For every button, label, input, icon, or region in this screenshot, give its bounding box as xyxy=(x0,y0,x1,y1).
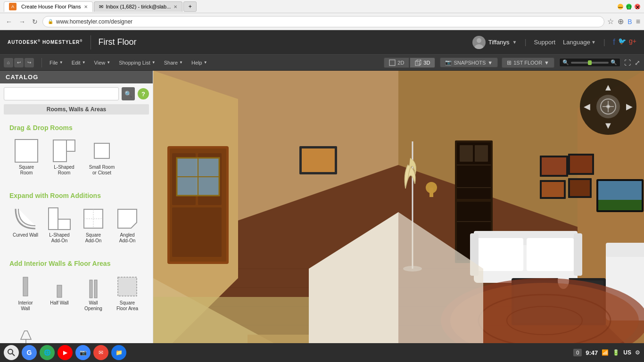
header-divider xyxy=(91,35,91,49)
svg-rect-10 xyxy=(94,143,109,158)
svg-rect-48 xyxy=(542,157,566,175)
taskbar-time: 9:47 xyxy=(586,349,598,356)
expand-button[interactable]: ⛶ xyxy=(624,59,631,66)
half-wall-item[interactable]: Half Wall xyxy=(43,272,75,314)
svg-rect-50 xyxy=(542,182,564,197)
help-menu[interactable]: Help ▼ xyxy=(188,58,211,67)
redo-icon[interactable]: ↪ xyxy=(25,58,34,67)
nav-overlay[interactable]: ▲ ▼ ◀ ▶ xyxy=(580,78,636,135)
facebook-icon[interactable]: f xyxy=(613,37,615,47)
support-link[interactable]: Support xyxy=(534,39,556,46)
browser-addressbar: ← → ↻ 🔒 www.homestyler.com/designer ☆ ⊕ … xyxy=(0,13,644,30)
square-add-item[interactable]: SquareAdd-On xyxy=(77,204,109,247)
svg-rect-18 xyxy=(57,285,62,297)
svg-point-1 xyxy=(475,44,483,49)
header-separator1: | xyxy=(524,38,526,47)
3d-icon xyxy=(415,59,421,66)
l-shaped-room-icon xyxy=(52,139,76,163)
catalog-help-button[interactable]: ? xyxy=(138,88,149,99)
floor-area-item[interactable]: SquareFloor Area xyxy=(111,272,143,314)
language-section[interactable]: Language ▼ xyxy=(563,39,596,46)
user-section[interactable]: Tiffanys ▼ xyxy=(472,36,517,49)
share-menu[interactable]: Share ▼ xyxy=(160,58,187,67)
ext1-icon[interactable]: B xyxy=(627,18,632,25)
wall-items-grid: InteriorWall Half Wall xyxy=(6,270,147,316)
angled-add-item[interactable]: AngledAdd-On xyxy=(111,204,143,247)
view-menu[interactable]: View ▼ xyxy=(91,58,115,67)
search-bar[interactable]: 🔍 🔍 xyxy=(559,58,620,67)
nav-up-arrow[interactable]: ▲ xyxy=(603,82,613,93)
address-bar[interactable]: 🔒 www.homestyler.com/designer xyxy=(42,16,604,27)
taskbar-drive[interactable]: 📁 xyxy=(111,345,126,360)
zoom-slider[interactable] xyxy=(571,62,609,64)
small-room-item[interactable]: Small Roomor Closet xyxy=(85,136,119,179)
view-3d-button[interactable]: 3D xyxy=(410,58,435,68)
drag-drop-section: Drag & Drop Rooms SquareRoom L-ShapedRo xyxy=(0,116,153,184)
interior-wall-item[interactable]: InteriorWall xyxy=(9,272,41,314)
taskbar-youtube[interactable]: ▶ xyxy=(58,345,73,360)
fullscreen-button[interactable]: ⤢ xyxy=(635,59,640,66)
floor-button[interactable]: ⊞ 1ST FLOOR ▼ xyxy=(502,58,554,68)
small-room-label: Small Roomor Closet xyxy=(89,165,115,176)
tab-gmail-close[interactable]: ✕ xyxy=(173,4,177,9)
room-items-grid: SquareRoom L-ShapedRoom xyxy=(6,134,147,181)
l-shaped-room-item[interactable]: L-ShapedRoom xyxy=(47,136,81,179)
l-shaped-add-item[interactable]: L-ShapedAdd-On xyxy=(43,204,75,247)
taskbar-camera[interactable]: 📷 xyxy=(75,345,91,360)
taskbar-google[interactable]: G xyxy=(22,345,37,360)
view-toggle: 2D 3D xyxy=(384,58,435,68)
shopping-list-menu[interactable]: Shopping List ▼ xyxy=(115,58,159,67)
tab-gmail[interactable]: ✉ Inbox (1,682) - tirick@slab... ✕ xyxy=(94,1,183,12)
canvas-area[interactable]: ▲ ▼ ◀ ▶ xyxy=(153,71,644,362)
half-wall-label: Half Wall xyxy=(50,300,69,306)
home-tool-icon[interactable]: ⌂ xyxy=(4,58,13,67)
zoom-slider-handle[interactable] xyxy=(588,60,592,65)
taskbar-chrome[interactable]: 🌐 xyxy=(40,345,55,360)
curved-wall-label: Curved Wall xyxy=(13,232,38,238)
catalog-search-input[interactable] xyxy=(4,87,119,100)
star-icon[interactable]: ☆ xyxy=(607,17,614,26)
app-logo: AUTODESK® HOMESTYLER® xyxy=(8,39,83,45)
nav-center[interactable] xyxy=(596,95,620,118)
chrome-icon[interactable]: ⊕ xyxy=(618,17,624,26)
ext2-icon[interactable]: ≡ xyxy=(636,17,640,26)
file-menu[interactable]: File ▼ xyxy=(46,58,67,67)
taskbar-gmail[interactable]: ✉ xyxy=(93,345,108,360)
youtube-icon: ▶ xyxy=(63,349,67,356)
svg-point-96 xyxy=(606,105,610,108)
tab-close[interactable]: ✕ xyxy=(84,4,88,9)
svg-rect-3 xyxy=(415,61,420,66)
nav-down-arrow[interactable]: ▼ xyxy=(603,120,613,131)
svg-rect-11 xyxy=(49,208,58,230)
twitter-icon[interactable]: 🐦 xyxy=(618,37,626,47)
tab-active[interactable]: A Create House Floor Plans ✕ xyxy=(4,1,93,12)
curved-wall-item[interactable]: Curved Wall xyxy=(9,204,41,247)
settings-tray-icon[interactable]: ⚙ xyxy=(635,349,640,356)
svg-rect-19 xyxy=(90,280,92,298)
close-button[interactable]: ✕ xyxy=(635,4,640,9)
forward-button[interactable]: → xyxy=(17,17,27,26)
maximize-button[interactable]: □ xyxy=(626,4,632,9)
square-room-item[interactable]: SquareRoom xyxy=(9,136,43,179)
view-2d-button[interactable]: 2D xyxy=(384,58,409,68)
nav-right-arrow[interactable]: ▶ xyxy=(626,101,633,112)
language-dropdown-icon: ▼ xyxy=(591,40,596,45)
minimize-button[interactable]: ─ xyxy=(618,4,623,9)
new-tab-button[interactable]: + xyxy=(183,1,197,12)
catalog-search-button[interactable]: 🔍 xyxy=(122,87,135,100)
wall-opening-item[interactable]: WallOpening xyxy=(77,272,109,314)
search-bar-icon: 🔍 xyxy=(562,59,569,66)
undo-icon[interactable]: ↩ xyxy=(14,58,24,67)
taskbar-tray: 0 9:47 📶 🔋 US ⚙ xyxy=(573,349,640,356)
snapshots-button[interactable]: 📷 SNAPSHOTS ▼ xyxy=(440,58,498,67)
nav-left-arrow[interactable]: ◀ xyxy=(584,101,590,112)
taskbar-search[interactable] xyxy=(4,345,19,360)
gplus-icon[interactable]: g+ xyxy=(629,37,636,47)
edit-menu[interactable]: Edit ▼ xyxy=(68,58,90,67)
2d-icon xyxy=(389,59,396,66)
app-header: AUTODESK® HOMESTYLER® First Floor Tiffan… xyxy=(0,30,644,55)
back-button[interactable]: ← xyxy=(4,17,14,26)
interior-wall-icon xyxy=(14,275,37,298)
reload-button[interactable]: ↻ xyxy=(30,17,40,26)
svg-rect-69 xyxy=(460,145,473,162)
